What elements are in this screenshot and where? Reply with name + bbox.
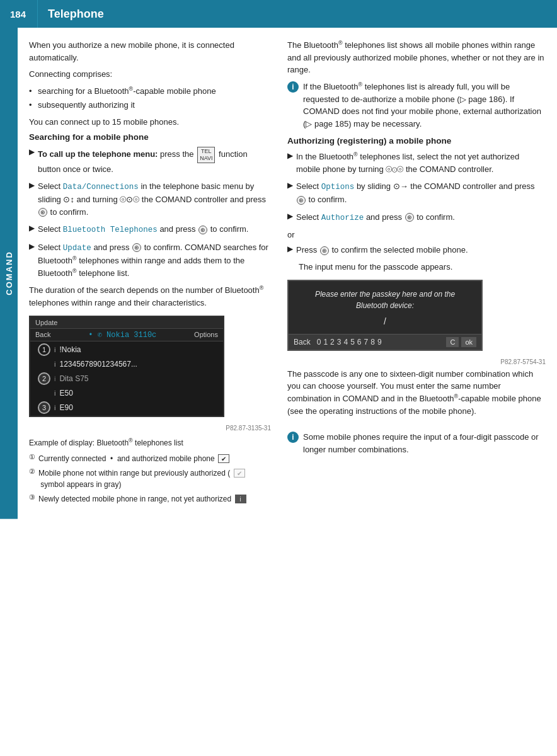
phone-icon-2: i [54, 360, 55, 368]
section2-heading: Authorizing (registering) a mobile phone [287, 136, 546, 146]
r-step-2: ▶ Select Options by sliding ⊙→ the COMAN… [287, 180, 546, 205]
info-box-2: i Some mobile phones require the input o… [287, 431, 546, 455]
caption-text-1: Currently connected • and authorized mob… [38, 453, 271, 464]
pk-9: 9 [377, 338, 382, 346]
passcode-back: Back [294, 338, 311, 346]
sidebar-tab: COMAND [0, 28, 18, 519]
r-step-1-text: In the Bluetooth® telephones list, selec… [296, 151, 546, 175]
step-press-result: The input menu for the passcode appears. [299, 261, 546, 273]
intro-para1: When you authorize a new mobile phone, i… [29, 39, 271, 64]
step-1-text: To call up the telephone menu: press the… [38, 147, 271, 175]
step-4-text: Select Update and press ⊛ to confirm. CO… [38, 241, 271, 279]
display-screenshot: Update Back • ✆ Nokia 3110c Options 1 i … [29, 316, 224, 417]
r-step-2-text: Select Options by sliding ⊙→ the COMAND … [296, 180, 546, 205]
r-step-press-text: Press ⊛ to confirm the selected mobile p… [296, 244, 546, 256]
caption-text-3: Newly detected mobile phone in range, no… [38, 493, 271, 505]
right-column: The Bluetooth® telephones list shows all… [282, 39, 557, 508]
phone-icon-5: i [54, 404, 55, 411]
display-header-label: Update [35, 319, 57, 326]
phone-icon-gray: ✔ [234, 469, 245, 478]
pk-8: 8 [370, 338, 375, 346]
r-step-press: ▶ Press ⊛ to confirm the selected mobile… [287, 244, 546, 256]
item-label-4: E50 [59, 389, 72, 398]
caption-item-3: ③ Newly detected mobile phone in range, … [29, 493, 271, 505]
page-body: COMAND When you authorize a new mobile p… [0, 28, 557, 519]
page-number: 184 [0, 0, 38, 28]
bullet-item-1: searching for a Bluetooth®-capable mobil… [29, 85, 271, 98]
passcode-input: / [289, 314, 481, 334]
r-step-arrow-3: ▶ [287, 212, 293, 220]
phone-icon-new: i [235, 495, 246, 503]
passcode-para1: The passcode is any one to sixteen-digit… [287, 368, 546, 417]
left-column: When you authorize a new mobile phone, i… [18, 39, 282, 508]
page-title: Telephone [38, 8, 104, 21]
r-step-1: ▶ In the Bluetooth® telephones list, sel… [287, 151, 546, 175]
row-num-3: 3 [38, 401, 50, 414]
or-text: or [287, 229, 546, 241]
phone-icon-1: i [54, 346, 55, 353]
step-arrow-2: ▶ [29, 181, 35, 190]
info-icon-2: i [287, 432, 299, 443]
caption-item-2: ② Mobile phone not within range but prev… [29, 467, 271, 490]
step-4: ▶ Select Update and press ⊛ to confirm. … [29, 241, 271, 279]
step-3: ▶ Select Bluetooth Telephones and press … [29, 223, 271, 236]
step-1: ▶ To call up the telephone menu: press t… [29, 147, 271, 175]
passcode-title: Please enter the passkey here and on the… [289, 281, 481, 314]
item-label-3: Dita S75 [59, 374, 88, 383]
step4-para2: The duration of the search depends on th… [29, 284, 271, 309]
pk-0: 0 [317, 338, 321, 346]
bullet-list: searching for a Bluetooth®-capable mobil… [29, 85, 271, 112]
passcode-clear-button[interactable]: C [446, 337, 459, 347]
info-text-2: Some mobile phones require the input of … [303, 431, 546, 455]
display-item-4: i E50 [30, 387, 223, 399]
tel-navi-button: TELNAVI [197, 147, 215, 163]
info-icon-1: i [287, 81, 299, 93]
screenshot-pcode: P82.87-3135-31 [29, 423, 271, 433]
row-num-2: 2 [38, 372, 50, 385]
caption-label: Example of display: Bluetooth® telephone… [29, 437, 271, 449]
step-3-text: Select Bluetooth Telephones and press ⊛ … [38, 223, 271, 236]
pk-5: 5 [350, 338, 355, 346]
passcode-ok-button[interactable]: ok [461, 337, 476, 347]
display-item-5: 3 i E90 [30, 399, 223, 416]
step-arrow-4: ▶ [29, 242, 35, 251]
nav-selected: • ✆ Nokia 3110c [88, 330, 156, 340]
item-label-2: 12345678901234567... [59, 360, 137, 369]
content-area: When you authorize a new mobile phone, i… [18, 28, 557, 519]
bullet-item-2: subsequently authorizing it [29, 99, 271, 112]
intro-para3: You can connect up to 15 mobile phones. [29, 116, 271, 129]
display-item-2: i 12345678901234567... [30, 358, 223, 370]
caption-text-2: Mobile phone not within range but previo… [38, 467, 271, 490]
phone-icon-connected: ✔ [218, 454, 229, 463]
phone-icon-4: i [54, 389, 55, 397]
step-arrow-1: ▶ [29, 147, 35, 156]
info-box-1: i If the Bluetooth® telephones list is a… [287, 81, 546, 130]
step-2-text: Select Data/Connections in the telephone… [38, 180, 271, 218]
nav-back: Back [35, 331, 50, 338]
pk-2: 2 [330, 338, 335, 346]
step-arrow-3: ▶ [29, 224, 35, 232]
passcode-title-line2: Bluetooth device: [356, 301, 414, 310]
r-step-3-text: Select Authorize and press ⊛ to confirm. [296, 211, 546, 224]
pk-4: 4 [343, 338, 348, 346]
info-text-1: If the Bluetooth® telephones list is alr… [303, 81, 546, 130]
passcode-title-line1: Please enter the passkey here and on the [315, 290, 455, 299]
page-header: 184 Telephone [0, 0, 557, 28]
r-step-arrow-1: ▶ [287, 151, 293, 160]
r-step-arrow-press: ▶ [287, 244, 293, 253]
r-step-arrow-2: ▶ [287, 181, 293, 190]
nav-options: Options [194, 331, 218, 338]
caption-area: Example of display: Bluetooth® telephone… [29, 437, 271, 505]
intro-para2: Connecting comprises: [29, 68, 271, 81]
passcode-display: Please enter the passkey here and on the… [287, 280, 483, 351]
display-header: Update [30, 317, 223, 329]
item-label-5: E90 [59, 403, 72, 412]
r-step-3: ▶ Select Authorize and press ⊛ to confir… [287, 211, 546, 224]
passcode-digits: 0 1 2 3 4 5 6 7 8 9 [317, 338, 447, 346]
phone-icon-3: i [54, 375, 55, 382]
section1-heading: Searching for a mobile phone [29, 132, 271, 142]
caption-num-2: ② [29, 467, 35, 476]
display-item-3: 2 i Dita S75 [30, 370, 223, 387]
pk-1: 1 [323, 338, 328, 346]
pk-6: 6 [357, 338, 362, 346]
